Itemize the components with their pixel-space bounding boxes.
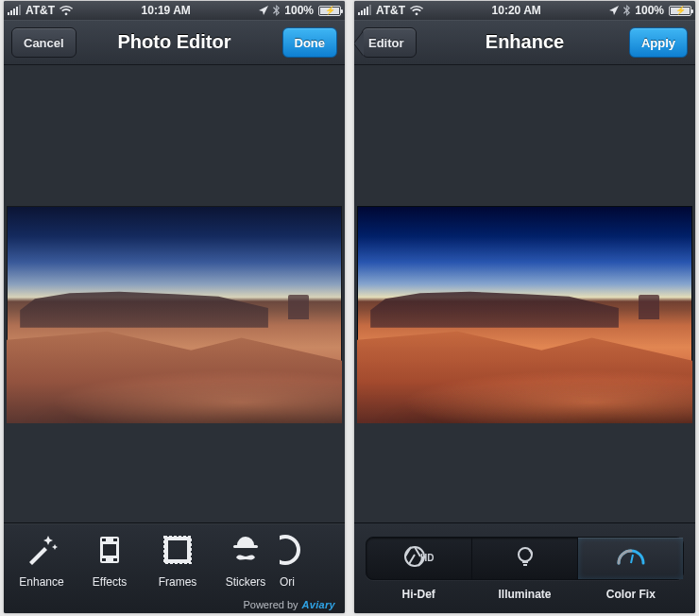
segment-color-fix[interactable] (578, 538, 683, 579)
cell-signal-icon (8, 6, 21, 15)
page-title: Photo Editor (118, 31, 231, 53)
svg-point-8 (280, 537, 298, 563)
tool-effects[interactable]: Effects (76, 529, 144, 589)
tool-label: Stickers (226, 575, 266, 589)
status-carrier: AT&T (376, 4, 405, 17)
battery-icon: ⚡ (318, 6, 341, 16)
segment-label: Hi-Def (366, 588, 471, 601)
powered-by: Powered by Aviary (243, 599, 335, 610)
nav-bar: Cancel Photo Editor Done (4, 20, 345, 65)
filmstrip-icon (87, 529, 132, 571)
status-carrier: AT&T (26, 4, 55, 17)
lightbulb-icon (513, 544, 537, 573)
photo-preview[interactable] (7, 206, 342, 423)
segment-label: Illuminate (471, 588, 577, 601)
content-area (354, 65, 695, 522)
status-time: 10:19 AM (142, 4, 191, 17)
wifi-icon (60, 6, 73, 16)
tool-label: Frames (159, 575, 197, 589)
tool-orientation[interactable]: Ori (280, 529, 308, 589)
tool-label: Enhance (19, 575, 63, 589)
svg-rect-3 (102, 558, 106, 561)
apply-button[interactable]: Apply (629, 27, 688, 58)
page-title: Enhance (486, 31, 564, 53)
enhance-segmented-control: HD (366, 537, 684, 580)
wifi-icon (410, 6, 423, 16)
svg-rect-2 (113, 539, 117, 541)
bluetooth-icon (623, 5, 630, 16)
status-bar: AT&T 10:19 AM 100% ⚡ (4, 1, 345, 20)
svg-rect-1 (102, 539, 106, 541)
tool-frames[interactable]: Frames (144, 529, 212, 589)
svg-rect-7 (233, 545, 258, 548)
tool-label: Ori (280, 575, 295, 589)
magic-wand-icon (19, 529, 64, 571)
segment-illuminate[interactable] (472, 538, 578, 579)
bluetooth-icon (273, 5, 280, 16)
back-button[interactable]: Editor (362, 27, 417, 58)
location-icon (259, 6, 268, 15)
battery-icon: ⚡ (669, 6, 691, 16)
cell-signal-icon (358, 6, 371, 15)
svg-rect-6 (164, 537, 191, 563)
tool-toolbar: Enhance Effects Frames Stickers (4, 522, 345, 613)
svg-rect-4 (113, 558, 117, 561)
aperture-hd-icon: HD (403, 544, 435, 573)
location-icon (609, 6, 619, 15)
segment-label: Color Fix (578, 588, 684, 601)
segment-hi-def[interactable]: HD (367, 538, 472, 579)
screen-photo-editor: AT&T 10:19 AM 100% ⚡ Cancel Photo Editor… (4, 1, 345, 613)
tool-enhance[interactable]: Enhance (8, 529, 76, 589)
status-time: 10:20 AM (492, 4, 541, 17)
screen-enhance: AT&T 10:20 AM 100% ⚡ Editor Enhance Appl… (354, 1, 695, 613)
status-battery-pct: 100% (284, 4, 314, 17)
status-bar: AT&T 10:20 AM 100% ⚡ (354, 1, 695, 20)
done-button[interactable]: Done (282, 27, 338, 58)
color-gauge-icon (615, 544, 647, 573)
tool-label: Effects (93, 575, 127, 589)
nav-bar: Editor Enhance Apply (354, 20, 695, 65)
hat-mustache-icon (223, 529, 268, 571)
circle-icon (280, 529, 308, 571)
cancel-button[interactable]: Cancel (11, 27, 77, 58)
brand-aviary: Aviary (302, 599, 335, 610)
svg-text:HD: HD (420, 553, 434, 563)
content-area (4, 65, 345, 522)
photo-preview[interactable] (357, 206, 692, 423)
tool-stickers[interactable]: Stickers (212, 529, 280, 589)
enhance-toolbar: HD Hi-Def Illuminate Color Fix (354, 522, 695, 613)
status-battery-pct: 100% (635, 4, 664, 17)
svg-rect-5 (103, 544, 116, 556)
frame-icon (155, 529, 200, 571)
